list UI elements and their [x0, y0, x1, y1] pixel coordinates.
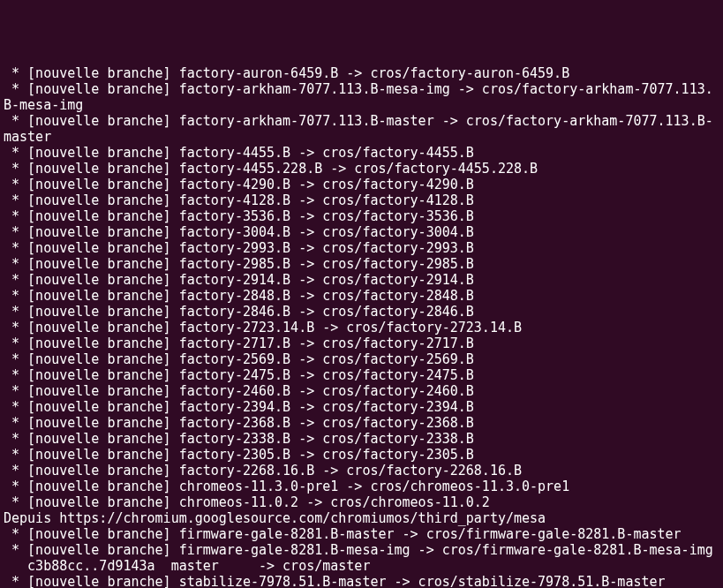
terminal-output: * [nouvelle branche] factory-auron-6459.…: [4, 65, 719, 588]
